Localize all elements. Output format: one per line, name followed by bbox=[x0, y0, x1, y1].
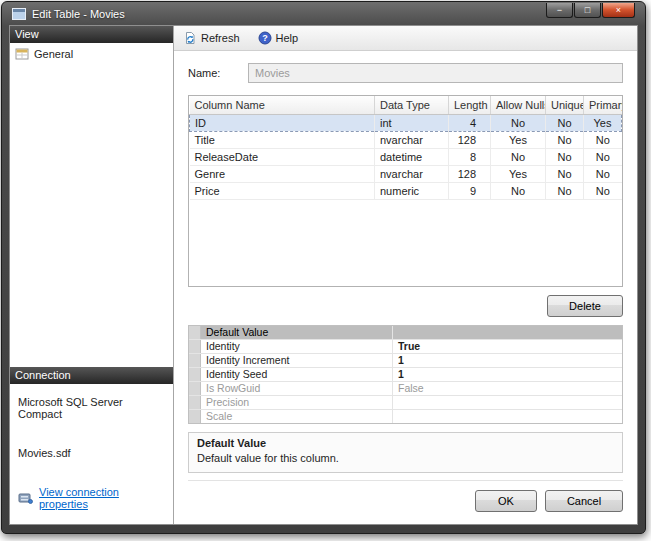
refresh-icon bbox=[183, 31, 197, 45]
titlebar[interactable]: Edit Table - Movies bbox=[12, 6, 125, 22]
property-row-identity-seed[interactable]: Identity Seed1 bbox=[189, 368, 622, 382]
grid-cell[interactable]: No bbox=[584, 182, 622, 199]
property-label: Identity Seed bbox=[201, 368, 393, 381]
grid-cell[interactable]: 128 bbox=[449, 131, 491, 148]
grid-header-allow-nulls[interactable]: Allow Nulls bbox=[491, 96, 546, 114]
grid-cell[interactable]: No bbox=[584, 165, 622, 182]
grid-cell[interactable]: datetime bbox=[375, 148, 449, 165]
sidebar-item-label: General bbox=[34, 48, 73, 60]
property-row-scale[interactable]: Scale bbox=[189, 410, 622, 423]
property-label: Precision bbox=[201, 396, 393, 409]
grid-header-column-name[interactable]: Column Name bbox=[190, 96, 375, 114]
sidebar-item-general[interactable]: General bbox=[10, 43, 173, 65]
grid-cell[interactable]: ID bbox=[190, 114, 375, 131]
grid-cell[interactable]: No bbox=[584, 148, 622, 165]
grid-cell[interactable]: nvarchar bbox=[375, 165, 449, 182]
cancel-button[interactable]: Cancel bbox=[545, 490, 623, 512]
refresh-label: Refresh bbox=[201, 32, 240, 44]
grid-cell[interactable]: Yes bbox=[491, 131, 546, 148]
property-grid: Default ValueIdentityTrueIdentity Increm… bbox=[188, 325, 623, 424]
refresh-button[interactable]: Refresh bbox=[179, 29, 244, 47]
column-row-price[interactable]: Pricenumeric9NoNoNo bbox=[190, 182, 622, 199]
property-value[interactable]: 1 bbox=[393, 368, 622, 381]
close-icon: × bbox=[616, 6, 621, 15]
column-row-title[interactable]: Titlenvarchar128YesNoNo bbox=[190, 131, 622, 148]
grid-header-data-type[interactable]: Data Type bbox=[375, 96, 449, 114]
property-indent-strip bbox=[189, 354, 201, 367]
grid-cell[interactable]: No bbox=[491, 114, 546, 131]
grid-cell[interactable]: 128 bbox=[449, 165, 491, 182]
grid-cell[interactable]: Yes bbox=[584, 114, 622, 131]
property-label: Identity bbox=[201, 340, 393, 353]
property-value[interactable]: True bbox=[393, 340, 622, 353]
property-label: Is RowGuid bbox=[201, 382, 393, 395]
grid-cell[interactable]: ReleaseDate bbox=[190, 148, 375, 165]
connection-properties-row: View connection properties bbox=[18, 486, 165, 510]
property-description-title: Default Value bbox=[197, 437, 614, 449]
property-value[interactable] bbox=[393, 410, 622, 423]
property-value[interactable]: False bbox=[393, 382, 622, 395]
property-value[interactable] bbox=[393, 326, 622, 339]
delete-row: Delete bbox=[188, 295, 623, 317]
help-label: Help bbox=[276, 32, 299, 44]
column-row-genre[interactable]: Genrenvarchar128YesNoNo bbox=[190, 165, 622, 182]
property-value[interactable] bbox=[393, 396, 622, 409]
grid-cell[interactable]: No bbox=[491, 148, 546, 165]
dialog-content: View General Connection Microsoft SQL Se… bbox=[9, 25, 638, 525]
ok-button[interactable]: OK bbox=[475, 490, 537, 512]
property-row-default-value[interactable]: Default Value bbox=[189, 326, 622, 340]
grid-cell[interactable]: 4 bbox=[449, 114, 491, 131]
main-panel: Refresh ? Help Name: bbox=[174, 26, 637, 524]
column-row-releasedate[interactable]: ReleaseDatedatetime8NoNoNo bbox=[190, 148, 622, 165]
grid-header-primary-key[interactable]: Primary Key bbox=[584, 96, 622, 114]
connection-provider: Microsoft SQL Server Compact bbox=[18, 396, 165, 420]
maximize-icon: □ bbox=[585, 6, 590, 15]
property-description-text: Default value for this column. bbox=[197, 452, 614, 464]
sidebar: View General Connection Microsoft SQL Se… bbox=[10, 26, 174, 524]
property-row-is-rowguid[interactable]: Is RowGuidFalse bbox=[189, 382, 622, 396]
grid-cell[interactable]: nvarchar bbox=[375, 131, 449, 148]
grid-cell[interactable]: 8 bbox=[449, 148, 491, 165]
property-row-identity-increment[interactable]: Identity Increment1 bbox=[189, 354, 622, 368]
property-row-identity[interactable]: IdentityTrue bbox=[189, 340, 622, 354]
grid-cell[interactable]: No bbox=[546, 131, 584, 148]
grid-cell[interactable]: No bbox=[546, 114, 584, 131]
grid-cell[interactable]: No bbox=[491, 182, 546, 199]
grid-header-unique[interactable]: Unique bbox=[546, 96, 584, 114]
grid-cell[interactable]: Yes bbox=[491, 165, 546, 182]
main-body: Name: Column NameData TypeLengthAllow Nu… bbox=[174, 51, 637, 524]
window-title: Edit Table - Movies bbox=[32, 8, 125, 20]
database-connection-icon bbox=[18, 491, 33, 505]
minimize-button[interactable]: − bbox=[546, 3, 573, 18]
grid-cell[interactable]: No bbox=[584, 131, 622, 148]
property-label: Scale bbox=[201, 410, 393, 423]
maximize-button[interactable]: □ bbox=[574, 3, 601, 18]
view-connection-properties-link[interactable]: View connection properties bbox=[39, 486, 165, 510]
property-label: Default Value bbox=[201, 326, 393, 339]
table-name-input[interactable] bbox=[248, 63, 623, 83]
grid-cell[interactable]: int bbox=[375, 114, 449, 131]
connection-section-header: Connection bbox=[10, 367, 173, 384]
property-label: Identity Increment bbox=[201, 354, 393, 367]
delete-button[interactable]: Delete bbox=[547, 295, 623, 317]
table-name-row: Name: bbox=[188, 63, 623, 83]
minimize-icon: − bbox=[557, 6, 562, 15]
grid-cell[interactable]: No bbox=[546, 182, 584, 199]
grid-cell[interactable]: Genre bbox=[190, 165, 375, 182]
columns-grid-header: Column NameData TypeLengthAllow NullsUni… bbox=[190, 96, 622, 114]
property-value[interactable]: 1 bbox=[393, 354, 622, 367]
grid-cell[interactable]: No bbox=[546, 165, 584, 182]
grid-cell[interactable]: Title bbox=[190, 131, 375, 148]
property-indent-strip bbox=[189, 368, 201, 381]
grid-cell[interactable]: Price bbox=[190, 182, 375, 199]
grid-cell[interactable]: numeric bbox=[375, 182, 449, 199]
grid-cell[interactable]: 9 bbox=[449, 182, 491, 199]
general-table-icon bbox=[15, 47, 29, 61]
grid-header-length[interactable]: Length bbox=[449, 96, 491, 114]
help-button[interactable]: ? Help bbox=[254, 29, 303, 47]
help-icon: ? bbox=[258, 31, 272, 45]
property-row-precision[interactable]: Precision bbox=[189, 396, 622, 410]
grid-cell[interactable]: No bbox=[546, 148, 584, 165]
column-row-id[interactable]: IDint4NoNoYes bbox=[190, 114, 622, 131]
close-button[interactable]: × bbox=[602, 3, 635, 18]
